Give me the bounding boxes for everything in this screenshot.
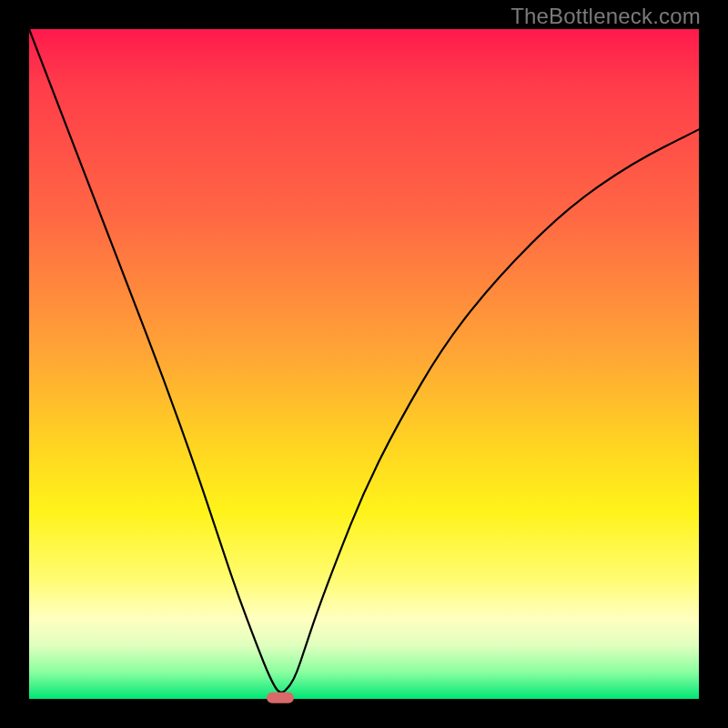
chart-frame: TheBottleneck.com <box>0 0 728 728</box>
min-marker <box>267 693 294 703</box>
watermark-text: TheBottleneck.com <box>511 4 701 29</box>
bottleneck-curve <box>29 29 699 699</box>
curve-path <box>29 29 699 693</box>
plot-area <box>29 29 699 699</box>
